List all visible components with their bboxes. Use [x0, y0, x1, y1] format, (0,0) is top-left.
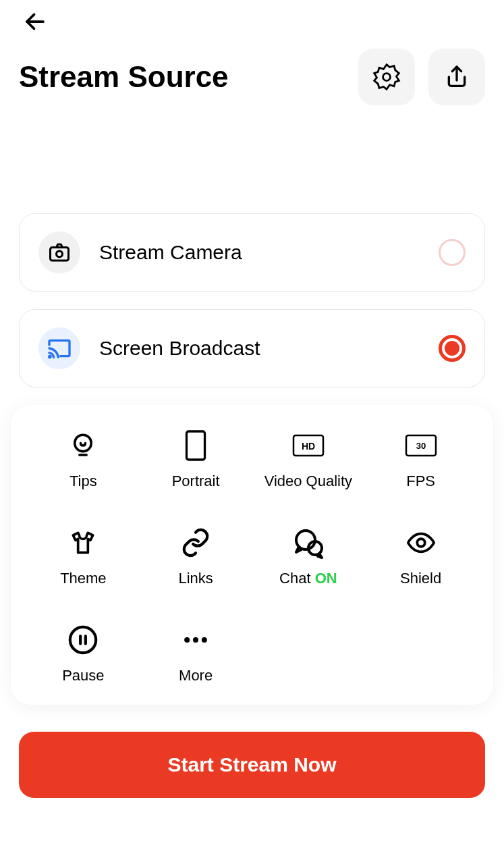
link-icon [180, 527, 211, 559]
lightbulb-icon [69, 429, 97, 462]
page-title: Stream Source [19, 60, 358, 94]
svg-text:30: 30 [416, 441, 425, 451]
camera-icon [38, 232, 80, 273]
settings-label: Portrait [172, 473, 220, 490]
hd-icon: HD [292, 429, 325, 462]
settings-video-quality[interactable]: HD Video Quality [252, 429, 365, 490]
settings-label: Pause [62, 667, 104, 684]
svg-text:HD: HD [302, 441, 315, 452]
svg-rect-6 [187, 431, 205, 460]
settings-theme[interactable]: Theme [27, 527, 140, 587]
portrait-icon [183, 429, 208, 462]
svg-rect-2 [51, 248, 69, 261]
settings-label: Tips [69, 473, 97, 490]
settings-shield[interactable]: Shield [364, 527, 477, 587]
settings-label: Links [178, 570, 213, 587]
settings-button[interactable] [358, 49, 415, 105]
source-label: Screen Broadcast [99, 337, 420, 360]
shirt-icon [68, 527, 98, 559]
more-icon [181, 624, 211, 656]
svg-point-13 [417, 539, 425, 547]
source-label: Stream Camera [99, 241, 420, 264]
settings-links[interactable]: Links [140, 527, 252, 587]
settings-label: More [179, 667, 213, 684]
settings-chat[interactable]: Chat ON [252, 527, 365, 587]
settings-panel: Tips Portrait HD Video Quality 30 FPS Th… [11, 405, 493, 705]
svg-point-1 [383, 74, 391, 81]
source-list: Stream Camera Screen Broadcast [0, 213, 504, 387]
arrow-left-icon [23, 9, 47, 34]
settings-more[interactable]: More [140, 624, 252, 684]
source-screen-broadcast[interactable]: Screen Broadcast [19, 309, 485, 387]
cast-icon [38, 327, 80, 369]
eye-icon [405, 527, 437, 559]
radio-selected[interactable] [439, 335, 466, 362]
header: Stream Source [0, 35, 504, 112]
share-button[interactable] [428, 49, 485, 105]
svg-point-19 [202, 637, 207, 643]
start-stream-button[interactable]: Start Stream Now [19, 732, 485, 798]
radio-unselected[interactable] [439, 239, 466, 266]
pause-icon [67, 624, 99, 656]
gear-icon [372, 62, 401, 92]
settings-pause[interactable]: Pause [27, 624, 140, 684]
settings-fps[interactable]: 30 FPS [364, 429, 477, 490]
source-stream-camera[interactable]: Stream Camera [19, 213, 485, 292]
settings-label: FPS [406, 473, 435, 490]
settings-label: Theme [60, 570, 106, 587]
svg-point-3 [57, 251, 63, 257]
settings-label: Shield [400, 570, 441, 587]
chat-icon [292, 527, 325, 559]
svg-point-5 [75, 435, 92, 452]
settings-label: Video Quality [264, 473, 352, 490]
settings-portrait[interactable]: Portrait [140, 429, 252, 490]
fps-icon: 30 [405, 429, 437, 462]
settings-label: Chat ON [279, 570, 337, 587]
svg-point-17 [184, 637, 190, 643]
header-actions [358, 49, 485, 105]
share-icon [443, 63, 470, 90]
svg-point-4 [49, 356, 51, 357]
settings-tips[interactable]: Tips [27, 429, 140, 490]
svg-point-18 [193, 637, 198, 643]
back-button[interactable] [22, 8, 49, 35]
svg-point-14 [70, 627, 96, 653]
